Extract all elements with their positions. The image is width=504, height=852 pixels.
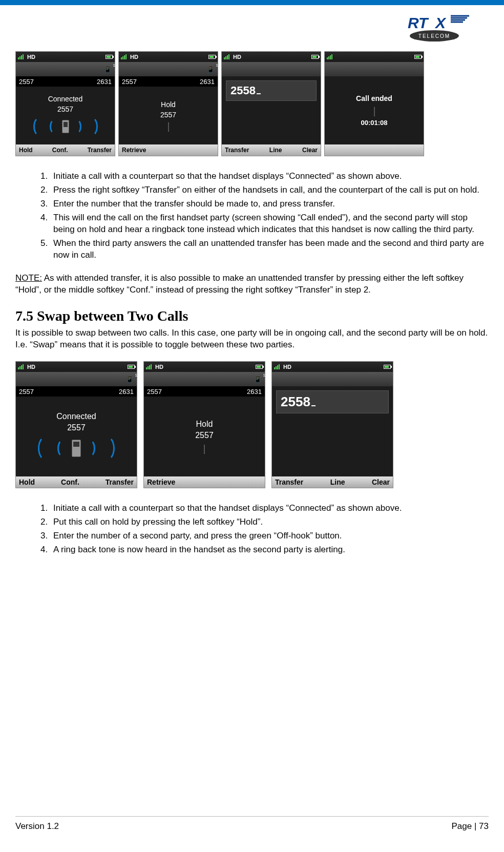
softkey-hold[interactable]: Hold: [19, 478, 35, 486]
softkey-bar: Transfer Line Clear: [222, 144, 321, 156]
dial-number: 2558: [281, 394, 310, 409]
handset-icon: 📱1: [125, 376, 134, 383]
screen-body: 2558: [272, 386, 393, 476]
softkey-transfer[interactable]: Transfer: [275, 478, 303, 486]
screen-body: 2558: [222, 76, 321, 144]
num-right: 2631: [200, 78, 215, 86]
step: Put this call on hold by pressing the le…: [50, 516, 489, 528]
num-right: 2631: [247, 388, 262, 396]
step: When the third party answers the call an…: [50, 238, 489, 261]
dial-input[interactable]: 2558: [226, 80, 317, 101]
screen-body: Connected 2557: [16, 397, 137, 476]
svg-text:RT: RT: [408, 14, 429, 31]
battery-icon: [208, 55, 216, 59]
footer-version: Version 1.2: [15, 821, 59, 832]
softkey-retrieve[interactable]: Retrieve: [147, 478, 175, 486]
status-bar: HD: [16, 362, 137, 372]
status-text: Call ended: [356, 94, 392, 102]
softkey-transfer[interactable]: Transfer: [88, 147, 112, 154]
softkey-clear[interactable]: Clear: [372, 478, 390, 486]
screen-body: Hold 2557: [119, 87, 218, 144]
step: This will end the call on the first hand…: [50, 212, 489, 236]
icon-bar: [325, 62, 424, 76]
svg-text:TELECOM: TELECOM: [418, 33, 450, 39]
call-wave-icon: [33, 116, 98, 137]
step: Initiate a call with a counterpart so th…: [50, 503, 489, 514]
hd-label: HD: [130, 54, 138, 60]
status-bar: HD: [119, 52, 218, 62]
handset-icon: 📱1: [254, 376, 262, 383]
status-bar: HD: [144, 362, 265, 372]
call-duration: 00:01:08: [361, 119, 387, 127]
softkey-clear[interactable]: Clear: [302, 147, 318, 154]
softkey-bar: Transfer Line Clear: [272, 476, 393, 488]
note-label: NOTE:: [15, 273, 42, 283]
softkey-bar: Hold Conf. Transfer: [16, 144, 115, 156]
status-text: Connected: [56, 412, 96, 421]
hd-label: HD: [27, 364, 35, 370]
softkey-line[interactable]: Line: [269, 147, 282, 154]
status-number: 2557: [195, 431, 214, 440]
handset-small-icon: [374, 107, 375, 116]
softkey-transfer[interactable]: Transfer: [225, 147, 249, 154]
status-bar: [325, 52, 424, 62]
signal-icon: [18, 54, 24, 59]
icon-bar: 📱1: [16, 372, 137, 386]
status-bar: HD: [222, 52, 321, 62]
signal-icon: [224, 54, 229, 59]
top-border: [0, 0, 504, 5]
signal-icon: [146, 364, 152, 369]
softkey-hold[interactable]: Hold: [19, 147, 33, 154]
status-number: 2557: [67, 423, 86, 432]
softkey-conf[interactable]: Conf.: [52, 147, 68, 154]
status-number: 2557: [160, 111, 176, 119]
phone-screen-hold: HD 📱1 2557 2631 Hold 2557 Retrieve: [118, 51, 218, 156]
num-right: 2631: [97, 78, 112, 86]
dial-input[interactable]: 2558: [276, 390, 389, 413]
battery-icon: [256, 365, 263, 369]
softkey-bar: Hold Conf. Transfer: [16, 476, 137, 488]
instruction-list-2: Initiate a call with a counterpart so th…: [50, 503, 489, 556]
softkey-retrieve[interactable]: Retrieve: [122, 147, 146, 154]
screen-body: Connected 2557: [16, 87, 115, 144]
battery-icon: [414, 55, 422, 59]
phone-screen-hold: HD 📱1 2557 2631 Hold 2557 Retrieve: [143, 361, 265, 488]
battery-icon: [311, 55, 319, 59]
section-intro: It is possible to swap between two calls…: [15, 327, 489, 351]
softkey-bar: Retrieve: [119, 144, 218, 156]
num-left: 2557: [19, 388, 34, 396]
step: Enter the number of a second party, and …: [50, 530, 489, 542]
page-footer: Version 1.2 Page | 73: [15, 821, 489, 832]
footer-page: Page | 73: [452, 821, 489, 832]
softkey-line[interactable]: Line: [330, 478, 345, 486]
note-paragraph: NOTE: As with attended transfer, it is a…: [15, 273, 489, 296]
softkey-transfer[interactable]: Transfer: [106, 478, 134, 486]
hd-label: HD: [27, 54, 35, 60]
handset-small-icon: [168, 122, 169, 132]
num-right: 2631: [119, 388, 134, 396]
status-number: 2557: [57, 105, 73, 113]
step: Initiate a call with a counterpart so th…: [50, 171, 489, 182]
battery-icon: [384, 365, 391, 369]
svg-text:X: X: [434, 14, 447, 31]
softkey-conf[interactable]: Conf.: [61, 478, 79, 486]
hd-label: HD: [233, 54, 241, 60]
number-bar: 2557 2631: [16, 76, 115, 87]
screen-body: Call ended 00:01:08: [325, 76, 424, 144]
phone-screen-dial: HD 2558 Transfer Line Clear: [271, 361, 393, 488]
handset-icon: 📱1: [103, 66, 112, 73]
icon-bar: [272, 372, 393, 386]
hd-label: HD: [283, 364, 291, 370]
handset-icon: 📱1: [206, 66, 215, 73]
icon-bar: [222, 62, 321, 76]
screen-body: Hold 2557: [144, 397, 265, 476]
hd-label: HD: [155, 364, 163, 370]
status-bar: HD: [272, 362, 393, 372]
signal-icon: [327, 54, 332, 59]
num-left: 2557: [19, 78, 34, 86]
phone-screen-callended: Call ended 00:01:08: [324, 51, 424, 156]
signal-icon: [274, 364, 280, 369]
phone-screen-connected: HD 📱1 2557 2631 Connected 2557 Hold: [15, 361, 137, 488]
icon-bar: 📱1: [16, 62, 115, 76]
step: A ring back tone is now heard in the han…: [50, 544, 489, 556]
